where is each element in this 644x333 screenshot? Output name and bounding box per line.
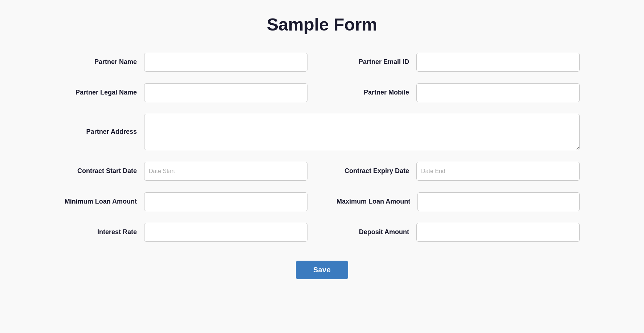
partner-email-row: Partner Email ID xyxy=(337,53,580,72)
deposit-amount-label: Deposit Amount xyxy=(337,228,409,236)
partner-legal-name-input[interactable] xyxy=(144,83,307,102)
partner-legal-name-label: Partner Legal Name xyxy=(64,88,137,97)
partner-mobile-row: Partner Mobile xyxy=(337,83,580,102)
maximum-loan-amount-label: Maximum Loan Amount xyxy=(337,197,410,206)
maximum-loan-amount-input[interactable] xyxy=(417,192,580,211)
partner-email-label: Partner Email ID xyxy=(337,58,409,66)
contract-expiry-date-label: Contract Expiry Date xyxy=(337,167,409,175)
partner-name-input[interactable] xyxy=(144,53,307,72)
save-button[interactable]: Save xyxy=(296,261,349,279)
contract-start-date-row: Contract Start Date xyxy=(64,162,307,181)
button-row: Save xyxy=(64,261,580,279)
partner-email-input[interactable] xyxy=(416,53,580,72)
form-container: Sample Form Partner Name Partner Email I… xyxy=(50,15,594,279)
page-title: Sample Form xyxy=(50,15,594,35)
partner-address-label: Partner Address xyxy=(64,128,137,136)
partner-name-row: Partner Name xyxy=(64,53,307,72)
contract-start-date-label: Contract Start Date xyxy=(64,167,137,175)
contract-expiry-date-row: Contract Expiry Date xyxy=(337,162,580,181)
minimum-loan-amount-row: Minimum Loan Amount xyxy=(64,192,307,211)
form-grid: Partner Name Partner Email ID Partner Le… xyxy=(50,53,594,279)
partner-address-input[interactable] xyxy=(144,114,580,150)
contract-start-date-input[interactable] xyxy=(144,162,307,181)
partner-address-row: Partner Address xyxy=(64,114,580,150)
partner-name-label: Partner Name xyxy=(64,58,137,66)
interest-rate-label: Interest Rate xyxy=(64,228,137,236)
partner-mobile-label: Partner Mobile xyxy=(337,88,409,97)
minimum-loan-amount-input[interactable] xyxy=(144,192,307,211)
partner-mobile-input[interactable] xyxy=(416,83,580,102)
interest-rate-row: Interest Rate xyxy=(64,223,307,242)
deposit-amount-row: Deposit Amount xyxy=(337,223,580,242)
maximum-loan-amount-row: Maximum Loan Amount xyxy=(337,192,580,211)
partner-legal-name-row: Partner Legal Name xyxy=(64,83,307,102)
contract-expiry-date-input[interactable] xyxy=(416,162,580,181)
minimum-loan-amount-label: Minimum Loan Amount xyxy=(64,197,137,206)
deposit-amount-input[interactable] xyxy=(416,223,580,242)
interest-rate-input[interactable] xyxy=(144,223,307,242)
